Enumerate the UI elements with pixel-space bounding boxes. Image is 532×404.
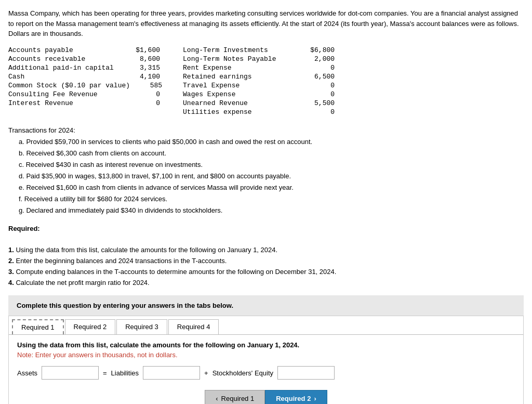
account-col-left: Accounts payable $1,600 Accounts receiva… [8,46,162,116]
account-value: 0 [134,90,160,98]
complete-box: Complete this question by entering your … [8,295,524,316]
account-name: Utilities expense [183,108,302,116]
tab-required-2[interactable]: Required 2 [65,319,116,334]
account-value: $1,600 [134,46,160,54]
next-button[interactable]: Required 2 › [265,390,327,404]
prev-button-label: Required 1 [221,395,255,402]
tab-required-4[interactable]: Required 4 [168,319,219,334]
account-name: Rent Expense [183,64,302,72]
chevron-right-icon: › [314,395,316,402]
account-name: Consulting Fee Revenue [8,90,128,98]
account-row: Travel Expense 0 [183,82,335,89]
tab-required-3[interactable]: Required 3 [116,319,167,334]
account-row: Unearned Revenue 5,500 [183,99,335,107]
account-name: Cash [8,73,128,81]
account-name: Retained earnings [183,73,302,81]
account-value: 6,500 [309,73,335,81]
tabs-container: Required 1 Required 2 Required 3 Require… [8,316,524,404]
equation-row: Assets = Liabilities + Stockholders' Equ… [17,366,515,380]
account-value: 2,000 [309,55,335,63]
assets-label: Assets [17,369,37,377]
account-row: Retained earnings 6,500 [183,73,335,81]
next-button-label: Required 2 [276,395,311,402]
account-row: Consulting Fee Revenue 0 [8,90,162,98]
account-value: 0 [309,82,335,89]
account-row: Long-Term Notes Payable 2,000 [183,55,335,63]
equals-sign: = [103,369,107,377]
account-name: Interest Revenue [8,99,128,107]
account-name: Common Stock ($0.10 par value) [8,82,130,89]
account-row: Utilities expense 0 [183,108,335,116]
required-item-4: 4. Calculate the net profit margin ratio… [8,278,524,289]
account-name: Accounts payable [8,46,128,54]
account-value: 3,315 [134,64,160,72]
transaction-item: g. Declared and immediately paid $340 in… [19,205,524,216]
account-value: 0 [309,108,335,116]
transactions-heading: Transactions for 2024: [8,125,524,136]
account-row: Wages Expense 0 [183,90,335,98]
account-name: Travel Expense [183,82,302,89]
account-name: Long-Term Notes Payable [183,55,302,63]
account-row: Accounts receivable 8,600 [8,55,162,63]
account-row: Additional paid-in capital 3,315 [8,64,162,72]
transactions-section: Transactions for 2024: a. Provided $59,7… [8,125,524,216]
account-row: Accounts payable $1,600 [8,46,162,54]
account-value: 585 [136,82,162,89]
transaction-item: c. Received $430 in cash as interest rev… [19,160,524,170]
account-name: Wages Expense [183,90,302,98]
account-value: 8,600 [134,55,160,63]
transaction-item: f. Received a utility bill for $680 for … [19,194,524,204]
account-row: Cash 4,100 [8,73,162,81]
liabilities-label: Liabilities [111,369,139,377]
liabilities-input[interactable] [143,366,200,380]
required-item-1: 1. Using the data from this list, calcul… [8,245,524,256]
account-name: Accounts receivable [8,55,128,63]
account-value: 0 [309,90,335,98]
transaction-item: e. Received $1,600 in cash from clients … [19,183,524,193]
intro-paragraph: Massa Company, which has been operating … [8,8,524,39]
equity-input[interactable] [277,366,335,380]
chevron-left-icon: ‹ [216,395,218,402]
required-heading: Required: [8,224,524,234]
tabs-row: Required 1 Required 2 Required 3 Require… [9,316,523,335]
transaction-item: b. Received $6,300 cash from clients on … [19,148,524,159]
equity-label: Stockholders' Equity [212,369,273,377]
account-row: Rent Expense 0 [183,64,335,72]
nav-buttons: ‹ Required 1 Required 2 › [17,390,515,404]
transaction-item: a. Provided $59,700 in services to clien… [19,137,524,147]
account-name: Additional paid-in capital [8,64,128,72]
transaction-item: d. Paid $35,900 in wages, $13,800 in tra… [19,171,524,181]
account-value: 0 [309,64,335,72]
required-item-3: 3. Compute ending balances in the T-acco… [8,267,524,278]
prev-button[interactable]: ‹ Required 1 [205,390,265,404]
account-name: Long-Term Investments [183,46,302,54]
account-value: 0 [134,99,160,107]
account-value: $6,800 [309,46,335,54]
required-item-2: 2. Enter the beginning balances and 2024… [8,256,524,267]
tab-instruction: Using the data from this list, calculate… [17,341,515,349]
required-section: Required: 1. Using the data from this li… [8,224,524,289]
account-row: Common Stock ($0.10 par value) 585 [8,82,162,89]
account-col-right: Long-Term Investments $6,800 Long-Term N… [183,46,335,116]
account-row: Long-Term Investments $6,800 [183,46,335,54]
account-value: 4,100 [134,73,160,81]
account-name: Unearned Revenue [183,99,302,107]
tab-content: Using the data from this list, calculate… [9,335,523,404]
plus-sign: + [204,369,208,377]
account-table: Accounts payable $1,600 Accounts receiva… [8,46,524,116]
tab-required-1[interactable]: Required 1 [12,319,64,334]
tab-note: Note: Enter your answers in thousands, n… [17,351,515,359]
assets-input[interactable] [42,366,99,380]
account-value: 5,500 [309,99,335,107]
account-row: Interest Revenue 0 [8,99,162,107]
